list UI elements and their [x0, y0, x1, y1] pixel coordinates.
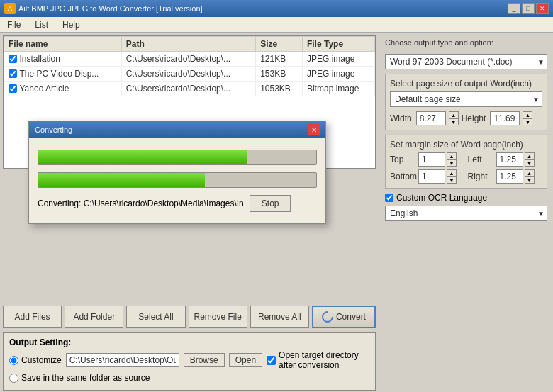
top-down[interactable]: ▼	[447, 159, 457, 167]
menu-bar: File List Help	[0, 17, 553, 33]
size-1: 121KB	[256, 52, 303, 67]
left-panel: File name Path Size File Type Installati…	[0, 33, 379, 392]
customize-radio[interactable]	[9, 356, 18, 365]
right-input[interactable]	[496, 169, 523, 184]
bottom-margin-row: Bottom ▲ ▼	[390, 169, 465, 184]
filename-3: Yahoo Article	[20, 84, 69, 94]
page-size-section: Select page size of output Word(inch) De…	[385, 74, 547, 130]
width-down[interactable]: ▼	[449, 118, 459, 125]
width-spinners: ▲ ▼	[449, 111, 459, 125]
size-2: 153KB	[256, 67, 303, 82]
output-setting-title: Output Setting:	[9, 337, 369, 347]
file-checkbox-2[interactable]	[9, 69, 17, 78]
open-target-text: Open target directory after conversion	[279, 350, 369, 370]
path-3: C:\Users\ricardo\Desktop\...	[121, 82, 255, 96]
right-down[interactable]: ▼	[525, 177, 535, 184]
width-label: Width	[390, 113, 412, 123]
bottom-label: Bottom	[390, 172, 417, 181]
remove-all-button[interactable]: Remove All	[250, 306, 309, 328]
convert-button[interactable]: Convert	[312, 306, 376, 328]
top-margin-row: Top ▲ ▼	[390, 152, 465, 167]
output-type-dropdown[interactable]: Word 97-2003 Document (*.doc)	[385, 54, 547, 69]
width-up[interactable]: ▲	[449, 111, 459, 118]
height-input[interactable]	[490, 111, 520, 125]
right-spinners: ▲ ▼	[525, 169, 535, 184]
height-label: Height	[462, 113, 486, 123]
customize-radio-label: Customize	[9, 355, 62, 365]
left-up[interactable]: ▲	[525, 152, 535, 159]
left-input[interactable]	[496, 152, 523, 167]
ocr-checkbox[interactable]	[385, 194, 393, 202]
page-size-label: Select page size of output Word(inch)	[390, 79, 542, 89]
type-3: Bitmap image	[302, 82, 374, 96]
title-bar: A Ailt BMP JPG JPEG to Word Converter [T…	[0, 0, 553, 17]
ocr-dropdown-container: English ▼	[385, 206, 547, 221]
progress-bar-2	[38, 172, 317, 188]
top-up[interactable]: ▲	[447, 152, 457, 159]
app-icon: A	[4, 3, 16, 14]
table-row: The PC Video Disp... C:\Users\ricardo\De…	[4, 67, 375, 82]
margin-label: Set margin size of Word page(inch)	[390, 140, 542, 150]
right-label: Right	[468, 172, 495, 181]
same-folder-label: Save in the same folder as source	[9, 373, 150, 383]
browse-button[interactable]: Browse	[184, 353, 225, 367]
type-1: JPEG image	[302, 52, 374, 67]
left-margin-row: Left ▲ ▼	[468, 152, 543, 167]
top-label: Top	[390, 155, 417, 164]
table-row: Installation C:\Users\ricardo\Desktop\..…	[4, 52, 375, 67]
file-checkbox-1[interactable]	[9, 55, 17, 63]
page-size-dropdown[interactable]: Default page size	[390, 91, 542, 107]
maximize-button[interactable]: □	[522, 3, 535, 14]
output-type-dropdown-container: Word 97-2003 Document (*.doc) ▼	[385, 54, 547, 69]
left-label: Left	[468, 155, 495, 164]
path-2: C:\Users\ricardo\Desktop\...	[121, 67, 255, 82]
minimize-button[interactable]: _	[508, 3, 520, 14]
dimensions-row: Width ▲ ▼ Height ▲ ▼	[390, 111, 542, 125]
output-path-input[interactable]	[66, 353, 179, 367]
top-input[interactable]	[418, 152, 445, 167]
close-button[interactable]: ✕	[536, 3, 549, 14]
menu-file[interactable]: File	[3, 18, 25, 31]
col-filetype: File Type	[302, 37, 374, 52]
add-folder-button[interactable]: Add Folder	[65, 306, 123, 328]
dialog-close-button[interactable]: ✕	[308, 124, 320, 135]
height-down[interactable]: ▼	[523, 118, 532, 125]
menu-list[interactable]: List	[30, 18, 52, 31]
bottom-input[interactable]	[418, 169, 445, 184]
col-size: Size	[256, 37, 303, 52]
main-content: File name Path Size File Type Installati…	[0, 33, 553, 392]
window-controls: _ □ ✕	[508, 3, 549, 14]
bottom-down[interactable]: ▼	[447, 177, 457, 184]
open-target-checkbox[interactable]	[267, 356, 276, 365]
ocr-checkbox-row: Custom OCR Language	[385, 193, 547, 203]
dialog-title-bar: Converting ✕	[29, 121, 325, 138]
same-folder-text: Save in the same folder as source	[21, 373, 150, 383]
same-folder-radio[interactable]	[9, 374, 18, 383]
width-input[interactable]	[416, 111, 446, 125]
remove-file-button[interactable]: Remove File	[189, 306, 247, 328]
col-filename: File name	[4, 37, 122, 52]
add-files-button[interactable]: Add Files	[3, 306, 62, 328]
select-all-button[interactable]: Select All	[126, 306, 185, 328]
margin-grid: Top ▲ ▼ Left ▲ ▼ Bottom	[390, 152, 542, 184]
right-up[interactable]: ▲	[525, 169, 535, 177]
stop-button[interactable]: Stop	[250, 195, 291, 212]
output-same-folder-row: Save in the same folder as source	[9, 373, 369, 383]
converting-status: Converting: C:\Users\ricardo\Desktop\Med…	[38, 195, 317, 212]
path-1: C:\Users\ricardo\Desktop\...	[121, 52, 255, 67]
ocr-dropdown[interactable]: English	[385, 206, 547, 221]
height-spinners: ▲ ▼	[523, 111, 532, 125]
left-down[interactable]: ▼	[525, 159, 535, 167]
bottom-spinners: ▲ ▼	[447, 169, 457, 184]
file-checkbox-3[interactable]	[9, 84, 17, 93]
menu-help[interactable]: Help	[58, 18, 84, 31]
converting-dialog: Converting ✕ Converting: C:\Users\ricard…	[28, 121, 326, 224]
open-target-label: Open target directory after conversion	[267, 350, 369, 370]
height-up[interactable]: ▲	[523, 111, 532, 118]
open-button[interactable]: Open	[229, 353, 262, 367]
filename-2: The PC Video Disp...	[20, 69, 99, 79]
bottom-up[interactable]: ▲	[447, 169, 457, 177]
bottom-buttons: Add Files Add Folder Select All Remove F…	[0, 303, 379, 331]
output-customize-row: Customize Browse Open Open target direct…	[9, 350, 369, 370]
right-panel: Choose output type and option: Word 97-2…	[379, 33, 553, 392]
